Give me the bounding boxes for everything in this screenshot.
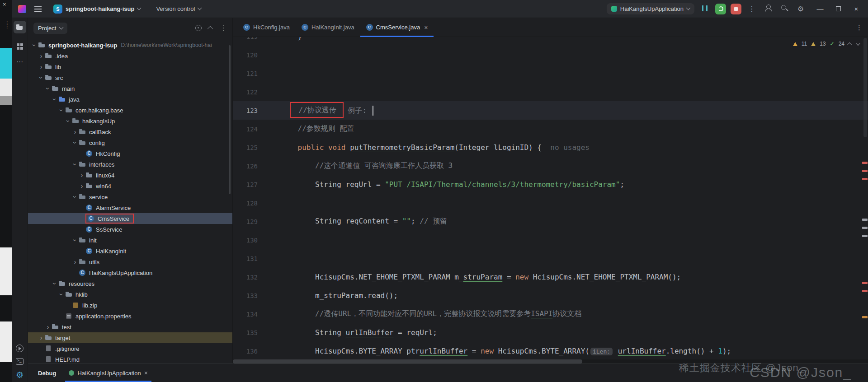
- chevron-expanded-icon[interactable]: [65, 117, 72, 125]
- code-line-121[interactable]: 121: [233, 64, 868, 83]
- tree-item-target[interactable]: target: [28, 332, 232, 343]
- code-line-130[interactable]: 130: [233, 231, 868, 249]
- code-line-134[interactable]: 134 //透传URL，不同功能对应不同的URL，完整协议报文说明需要参考ISA…: [233, 305, 868, 323]
- code-line-124[interactable]: 124 //参数规则 配置: [233, 120, 868, 138]
- line-number[interactable]: 134: [233, 311, 258, 318]
- chevron-collapsed-icon[interactable]: [38, 52, 45, 60]
- line-number[interactable]: 120: [233, 51, 258, 59]
- tree-item-resources[interactable]: resources: [28, 278, 232, 289]
- tree-item-service[interactable]: service: [28, 191, 232, 202]
- tree-item-springboot-haikang-isup[interactable]: springboot-haikang-isupD:\home\work\meWo…: [28, 40, 232, 51]
- chevron-expanded-icon[interactable]: [58, 107, 65, 114]
- project-selector[interactable]: S springboot-haikang-isup: [50, 3, 144, 15]
- previous-problem-icon[interactable]: [847, 42, 852, 47]
- tree-item--gitignore[interactable]: .gitignore: [28, 343, 232, 354]
- chevron-collapsed-icon[interactable]: [78, 172, 85, 179]
- line-number[interactable]: 131: [233, 255, 258, 262]
- code-line-133[interactable]: 133 m_struParam.read();: [233, 286, 868, 305]
- tab-list-more-icon[interactable]: ⋮: [856, 23, 863, 32]
- chevron-expanded-icon[interactable]: [71, 161, 79, 168]
- tree-item-callback[interactable]: callBack: [28, 126, 232, 137]
- code-with-me-button[interactable]: [762, 4, 774, 14]
- search-everywhere-button[interactable]: [778, 4, 790, 14]
- tree-item--idea[interactable]: .idea: [28, 51, 232, 61]
- stop-button[interactable]: [731, 4, 741, 14]
- select-opened-file-button[interactable]: [195, 25, 202, 31]
- settings-button[interactable]: ⚙: [795, 5, 807, 13]
- tree-item-com-haikang-base[interactable]: com.haikang.base: [28, 105, 232, 116]
- tree-item-hkconfig[interactable]: HkConfig: [28, 148, 232, 159]
- line-number[interactable]: 127: [233, 181, 258, 188]
- main-menu-icon[interactable]: [34, 6, 42, 12]
- line-number[interactable]: 119: [233, 37, 258, 40]
- rerun-debug-button[interactable]: [715, 4, 726, 14]
- chevron-expanded-icon[interactable]: [71, 193, 79, 200]
- chevron-expanded-icon[interactable]: [51, 96, 58, 103]
- line-number[interactable]: 123: [233, 107, 258, 114]
- chevron-expanded-icon[interactable]: [71, 237, 79, 244]
- chevron-collapsed-icon[interactable]: [71, 258, 79, 266]
- debug-panel-title[interactable]: Debug: [38, 370, 56, 377]
- chevron-collapsed-icon[interactable]: [44, 323, 52, 331]
- scrollbar-thumb[interactable]: [233, 359, 582, 363]
- tree-item-cmsservice[interactable]: CmsService: [28, 213, 232, 224]
- code-line-120[interactable]: 120: [233, 46, 868, 64]
- run-configuration-selector[interactable]: HaiKangIsUpApplication: [607, 3, 694, 14]
- tab-hkconfig-java[interactable]: C HkConfig.java: [237, 18, 296, 37]
- tree-item-init[interactable]: init: [28, 235, 232, 246]
- code-line-132[interactable]: 132 HcisupCms.NET_EHOME_PTXML_PARAM m_st…: [233, 268, 868, 286]
- line-number[interactable]: 128: [233, 200, 258, 207]
- tree-item-src[interactable]: src: [28, 72, 232, 83]
- tree-item-help-md[interactable]: HELP.md: [28, 354, 232, 363]
- tree-item-haikangisupapplication[interactable]: HaiKangIsUpApplication: [28, 267, 232, 278]
- line-number[interactable]: 132: [233, 274, 258, 281]
- chevron-expanded-icon[interactable]: [38, 74, 45, 81]
- minimize-button[interactable]: —: [811, 0, 829, 18]
- line-number[interactable]: 124: [233, 126, 258, 133]
- chevron-expanded-icon[interactable]: [44, 85, 52, 92]
- tree-item-linux64[interactable]: linux64: [28, 170, 232, 181]
- chevron-collapsed-icon[interactable]: [71, 128, 79, 135]
- code-line-129[interactable]: 129 String reqContent = ""; // 预留: [233, 212, 868, 231]
- line-number[interactable]: 122: [233, 89, 258, 96]
- tab-cmsservice-java[interactable]: C CmsService.java ×: [360, 18, 434, 37]
- tree-scrollbar[interactable]: [229, 45, 231, 194]
- tree-item-utils[interactable]: utils: [28, 256, 232, 267]
- tree-item-win64[interactable]: win64: [28, 181, 232, 191]
- maximize-button[interactable]: [829, 0, 847, 18]
- tree-item-haikangisup[interactable]: haikangIsUp: [28, 116, 232, 126]
- debug-settings-gear-icon[interactable]: ⚙: [16, 371, 24, 379]
- code-line-123[interactable]: 123 //协议透传 例子:: [233, 101, 868, 120]
- tree-item-application-properties[interactable]: application.properties: [28, 311, 232, 321]
- close-debug-tab-icon[interactable]: ×: [144, 369, 148, 377]
- tree-item-java[interactable]: java: [28, 94, 232, 105]
- tree-item-config[interactable]: config: [28, 137, 232, 148]
- tree-item-test[interactable]: test: [28, 321, 232, 332]
- chevron-expanded-icon[interactable]: [31, 42, 38, 49]
- line-number[interactable]: 121: [233, 70, 258, 77]
- code-line-136[interactable]: 136 HcisupCms.BYTE_ARRAY ptrurlInBuffer …: [233, 342, 868, 360]
- line-number[interactable]: 130: [233, 237, 258, 244]
- tree-item-ssservice[interactable]: SsService: [28, 224, 232, 235]
- chevron-collapsed-icon[interactable]: [38, 334, 45, 341]
- tree-item-hklib[interactable]: hklib: [28, 289, 232, 300]
- line-number[interactable]: 133: [233, 292, 258, 299]
- code-line-126[interactable]: 126 //这个通道值 可咨询海康工作人员获取 3: [233, 157, 868, 175]
- code-line-127[interactable]: 127 String reqUrl = "PUT /ISAPI/Thermal/…: [233, 175, 868, 194]
- project-tool-window-button[interactable]: [14, 21, 26, 33]
- tab-haikanginit-java[interactable]: C HaiKangInit.java: [296, 18, 360, 37]
- next-problem-icon[interactable]: [856, 41, 860, 46]
- close-icon[interactable]: ×: [3, 1, 6, 8]
- terminal-tool-window-button[interactable]: [16, 358, 24, 365]
- chevron-collapsed-icon[interactable]: [38, 63, 45, 70]
- run-tool-window-button[interactable]: [16, 345, 24, 352]
- chevron-collapsed-icon[interactable]: [78, 182, 85, 190]
- pause-button[interactable]: [699, 5, 711, 13]
- structure-tool-window-button[interactable]: [17, 43, 23, 50]
- editor-vertical-scrollbar[interactable]: [863, 38, 867, 137]
- line-number[interactable]: 126: [233, 163, 258, 170]
- tree-item-lib[interactable]: lib: [28, 61, 232, 72]
- more-actions-button[interactable]: ⋮: [746, 5, 758, 13]
- tree-item-main[interactable]: main: [28, 83, 232, 94]
- code-editor[interactable]: 119 }120121122123 //协议透传 例子: 124 //参数规则 …: [233, 37, 868, 363]
